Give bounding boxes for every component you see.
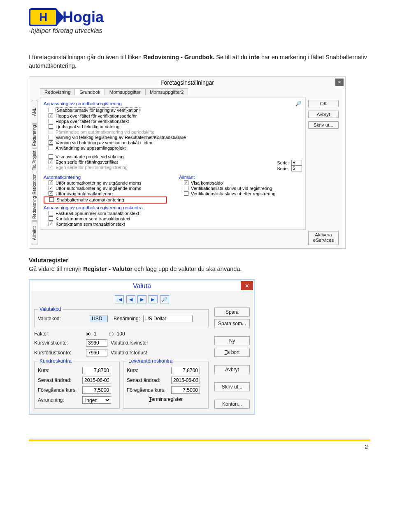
- checkbox-row[interactable]: Snabbalternativ för lagring av verifikat…: [44, 107, 302, 113]
- label-foregaende: Föregående kurs:: [38, 387, 79, 393]
- tab-momsuppgifter2[interactable]: Momsuppgifter2: [145, 88, 188, 95]
- avbryt-button[interactable]: Avbryt: [214, 365, 250, 374]
- page-footer: 2: [29, 439, 370, 450]
- horizontal-tabs: Redovisning Grundbok Momsuppgifter Momsu…: [40, 88, 306, 95]
- checkbox-row[interactable]: Verifikationslista skrivs ut vid registr…: [179, 186, 302, 191]
- radio-faktor-1[interactable]: [86, 332, 91, 336]
- logo-mark: H: [29, 8, 58, 26]
- label-kurs: Kurs:: [38, 368, 79, 373]
- section-allmant: Allmänt: [179, 175, 302, 180]
- valutakod-input[interactable]: [90, 315, 108, 322]
- record-nav: |◀ ◀ ▶ ▶| 🔎: [34, 294, 250, 306]
- kund-fg-input[interactable]: [82, 386, 111, 394]
- serie-label: Serie:: [277, 166, 289, 171]
- label-kurs: Kurs:: [127, 368, 168, 373]
- checkbox-row[interactable]: Varning vid bokföring av verifikation ba…: [44, 140, 302, 146]
- checkbox-row[interactable]: Kontaktnamn som transaktionstext: [44, 222, 302, 227]
- fieldset-valutakod: Valutakod Valutakod: Benämning:: [34, 309, 209, 327]
- checkbox-row[interactable]: Faktura/Löpnummer som transaktionstext: [44, 211, 302, 216]
- vtab-fakturering[interactable]: Fakturering: [32, 124, 37, 148]
- kursvinst-text: Valutakursvinster: [111, 340, 148, 346]
- page-number: 2: [365, 444, 368, 450]
- checkbox-row[interactable]: Utför automatkontering av utgående moms: [44, 180, 167, 186]
- ta-bort-button[interactable]: Ta bort: [214, 348, 250, 357]
- radio-faktor-100[interactable]: [109, 332, 114, 336]
- tab-redovisning[interactable]: Redovisning: [40, 88, 75, 95]
- skriv-ut-button[interactable]: Skriv ut...: [214, 382, 250, 391]
- ny-button[interactable]: Ny: [214, 336, 250, 345]
- tab-grundbok[interactable]: Grundbok: [75, 88, 105, 95]
- label-senast: Senast ändrad:: [38, 377, 79, 383]
- brand-logo: H Hogia -hjälper företag utvecklas: [29, 8, 370, 35]
- kursvinst-input[interactable]: [86, 339, 107, 347]
- vtab-allmant[interactable]: Allmänt: [32, 221, 37, 245]
- vtab-redovisning[interactable]: Redovisning: [32, 197, 37, 221]
- label-senast: Senast ändrad:: [127, 377, 168, 383]
- nav-next-icon[interactable]: ▶: [137, 295, 146, 303]
- checkbox-row-snabb-auto[interactable]: Snabbalternativ automatkontering: [44, 197, 167, 204]
- checkbox-row[interactable]: Visa kontosaldo: [179, 180, 302, 186]
- nav-first-icon[interactable]: |◀: [115, 295, 124, 303]
- checkbox-row[interactable]: Ljudsignal vid felaktig inmatning: [44, 124, 302, 130]
- close-icon[interactable]: ✕: [241, 281, 253, 290]
- section-anpassning: Anpassning av grundboksregistrering 🔎: [44, 101, 302, 106]
- checkbox-row[interactable]: Hoppa över fältet för verifikationsserie…: [44, 113, 302, 119]
- valuta-button-column: Spara Spara som... Ny Ta bort Avbryt Skr…: [212, 306, 250, 409]
- benamning-input[interactable]: [143, 315, 193, 322]
- aktivera-eservices-button[interactable]: AktiveraeServices: [308, 231, 339, 245]
- lev-kurs-input[interactable]: [171, 367, 200, 374]
- kund-kurs-input[interactable]: [82, 367, 111, 374]
- avrundning-select[interactable]: Ingen: [82, 396, 111, 404]
- valuta-dialog-title: Valuta ✕: [31, 281, 253, 291]
- nav-prev-icon[interactable]: ◀: [126, 295, 135, 303]
- logo-word: Hogia: [63, 9, 104, 26]
- heading-valutaregister: Valutaregister: [29, 257, 68, 264]
- label-faktor: Faktor:: [34, 331, 83, 337]
- checkbox-row: Egen serie för preliminärregistrering: [44, 165, 272, 170]
- checkbox-row[interactable]: Utför automatkontering av ingående moms: [44, 186, 167, 191]
- vtab-reskontror[interactable]: Reskontror: [32, 173, 37, 197]
- fieldset-kundreskontra: Kundreskontra Kurs: Senast ändrad: Föreg…: [34, 361, 120, 409]
- kursforlust-input[interactable]: [86, 349, 107, 356]
- lev-senast-input[interactable]: [171, 377, 200, 384]
- ok-button[interactable]: OOKK: [308, 100, 339, 107]
- checkbox-row[interactable]: Hoppa över fältet för verifikationstext: [44, 119, 302, 124]
- instruction-paragraph-1: I företagsinställningar går du även till…: [29, 53, 370, 70]
- checkbox-row[interactable]: Utför övrig automatkontering: [44, 191, 167, 197]
- label-benamning: Benämning:: [111, 316, 140, 322]
- vertical-tab-strip: ANL Fakturering Tid/Projekt Reskontror R…: [32, 88, 37, 245]
- checkbox-row[interactable]: Egen serie för rättningsverifikat: [44, 160, 272, 165]
- spara-som-button[interactable]: Spara som...: [214, 319, 250, 328]
- checkbox-row[interactable]: Kontaktnummer som transaktionstext: [44, 216, 302, 222]
- spara-button[interactable]: Spara: [214, 308, 250, 317]
- binoculars-icon[interactable]: 🔎: [160, 295, 169, 303]
- label-avrundning: Avrundning:: [38, 397, 79, 403]
- dialog-title: Företagsinställningar: [29, 77, 345, 88]
- serie-label: Serie:: [277, 160, 289, 165]
- checkbox-row[interactable]: Verifikationslista skrivs ut efter regis…: [179, 191, 302, 197]
- logo-tagline: -hjälper företag utvecklas: [29, 27, 102, 35]
- lev-fg-input[interactable]: [171, 386, 200, 394]
- kursforlust-text: Valutakursförlust: [111, 350, 147, 356]
- nav-last-icon[interactable]: ▶|: [149, 295, 158, 303]
- vtab-tidprojekt[interactable]: Tid/Projekt: [32, 148, 37, 172]
- binoculars-icon[interactable]: 🔎: [295, 101, 302, 106]
- print-button[interactable]: Skriv ut...: [308, 121, 339, 129]
- checkbox-row[interactable]: Visa avslutade projekt vid sökning: [44, 154, 272, 160]
- section-automatkontering: Automatkontering: [44, 175, 167, 180]
- konton-button[interactable]: Konton...: [214, 400, 250, 409]
- terminsregister-link[interactable]: Terminsregister: [149, 396, 183, 402]
- cancel-button[interactable]: Avbryt: [308, 111, 339, 118]
- screenshot-valuta: Valuta ✕ |◀ ◀ ▶ ▶| 🔎 Valutakod: [29, 279, 255, 415]
- checkbox-row[interactable]: Användning av uppsamlingsprojekt: [44, 146, 302, 151]
- serie-r-input[interactable]: [291, 160, 302, 166]
- label-kursforlust: Kursförlustkonto:: [34, 350, 83, 356]
- label-kursvinst: Kursvinstkonto:: [34, 340, 83, 346]
- close-icon[interactable]: ×: [335, 79, 344, 86]
- checkbox-row[interactable]: Varning vid felaktig registrering av Res…: [44, 135, 302, 140]
- serie-s-input[interactable]: [291, 166, 302, 171]
- kund-senast-input[interactable]: [82, 377, 111, 384]
- instruction-paragraph-2: Valutaregister Gå vidare till menyn Regi…: [29, 256, 370, 273]
- vtab-anl[interactable]: ANL: [32, 100, 37, 124]
- tab-momsuppgifter[interactable]: Momsuppgifter: [105, 88, 145, 95]
